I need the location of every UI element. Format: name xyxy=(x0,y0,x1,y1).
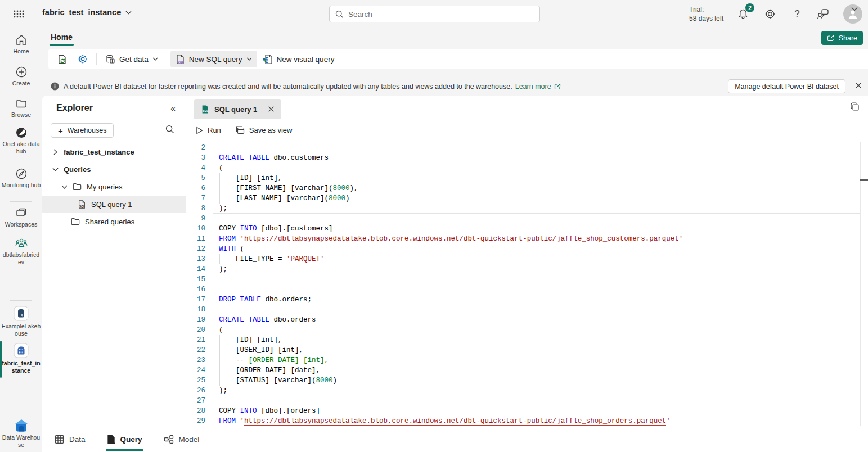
code-line-28[interactable]: 28COPY INTO [dbo].[orders] xyxy=(187,406,868,416)
view-tab-model[interactable]: Model xyxy=(163,426,201,452)
line-number: 28 xyxy=(187,406,205,416)
browse-folder-icon xyxy=(0,97,42,110)
code-line-13[interactable]: 13 FILE_TYPE = 'PARQUET' xyxy=(187,254,868,264)
share-label: Share xyxy=(839,34,857,42)
code-line-25[interactable]: 25 [STATUS] [varchar](8000) xyxy=(187,376,868,386)
code-line-20[interactable]: 20( xyxy=(187,325,868,335)
rail-item-home[interactable]: Home xyxy=(0,34,42,55)
collapse-panel-icon[interactable]: « xyxy=(170,103,176,114)
tab-home[interactable]: Home xyxy=(46,30,77,47)
code-line-5[interactable]: 5 [ID] [int], xyxy=(187,173,868,183)
code-line-29[interactable]: 29FROM 'https://dbtlabsynapsedatalake.bl… xyxy=(187,416,868,426)
scrollbar-position-marker xyxy=(860,179,868,181)
line-number: 14 xyxy=(187,264,205,274)
editor-tab-sql-query-1[interactable]: SQL SQL query 1 xyxy=(194,99,281,119)
code-line-16[interactable]: 16 xyxy=(187,284,868,295)
tree-item-my-queries[interactable]: My queries xyxy=(42,178,186,195)
code-line-11[interactable]: 11FROM 'https://dbtlabsynapsedatalake.bl… xyxy=(187,234,868,244)
svg-text:SQL: SQL xyxy=(79,205,85,207)
code-line-3[interactable]: 3CREATE TABLE dbo.customers xyxy=(187,153,868,163)
view-tab-data[interactable]: Data xyxy=(53,426,87,452)
save-as-view-label: Save as view xyxy=(249,126,293,134)
run-button[interactable]: Run xyxy=(196,126,221,134)
rail-item-dbtlabsfabricdev[interactable]: dbtlabsfabricdev xyxy=(0,237,42,266)
code-line-12[interactable]: 12WITH ( xyxy=(187,244,868,254)
tree-item-shared-queries[interactable]: Shared queries xyxy=(42,213,186,230)
explorer-panel: Explorer « + Warehouses fabric_test_inst… xyxy=(42,96,186,426)
refresh-script-button[interactable] xyxy=(52,51,73,67)
code-line-24[interactable]: 24 [ORDER_DATE] [date], xyxy=(187,365,868,376)
global-search[interactable] xyxy=(329,6,540,22)
view-tab-query[interactable]: Query xyxy=(106,426,143,452)
editor-scrollbar[interactable] xyxy=(860,142,861,426)
code-line-2[interactable]: 2 xyxy=(187,143,868,153)
new-sql-query-button[interactable]: SQL New SQL query xyxy=(170,51,257,67)
code-line-21[interactable]: 21 [ID] [int], xyxy=(187,335,868,345)
line-number: 17 xyxy=(187,295,205,305)
rail-item-create[interactable]: Create xyxy=(0,66,42,87)
copy-icon[interactable] xyxy=(850,102,860,112)
code-line-19[interactable]: 19CREATE TABLE dbo.orders xyxy=(187,315,868,325)
save-as-view-button[interactable]: Save as view xyxy=(236,126,293,134)
new-visual-query-button[interactable]: New visual query xyxy=(257,51,340,67)
code-line-4[interactable]: 4( xyxy=(187,163,868,173)
line-number: 3 xyxy=(187,153,205,163)
rail-item-monitoring-hub[interactable]: Monitoring hub xyxy=(0,168,42,189)
code-line-8[interactable]: 8); xyxy=(187,204,868,214)
add-warehouses-button[interactable]: + Warehouses xyxy=(51,123,114,138)
save-as-view-icon xyxy=(236,126,245,134)
command-bar-expand-icon[interactable] xyxy=(851,7,858,11)
learn-more-link[interactable]: Learn more xyxy=(515,83,551,91)
tree-item-sql-query-1[interactable]: SQL SQL query 1 xyxy=(42,196,186,213)
tree-item-warehouse[interactable]: fabric_test_instance xyxy=(42,143,186,160)
code-line-9[interactable]: 9 xyxy=(187,214,868,224)
rail-divider xyxy=(10,234,32,234)
line-number: 7 xyxy=(187,193,205,204)
search-input[interactable] xyxy=(348,10,534,19)
line-number: 22 xyxy=(187,345,205,355)
workspace-people-icon xyxy=(0,237,42,250)
tab-close-icon[interactable] xyxy=(268,106,275,112)
rail-item-data-warehouse[interactable]: Data Warehouse xyxy=(0,419,42,449)
rail-item-examplelakehouse[interactable]: ExampleLakehouse xyxy=(0,306,42,337)
query-document-icon xyxy=(107,435,115,444)
code-line-6[interactable]: 6 [FIRST_NAME] [varchar](8000), xyxy=(187,183,868,193)
line-number: 12 xyxy=(187,244,205,254)
lakehouse-icon xyxy=(0,306,42,321)
command-bar: Get data SQL New SQL query New visual qu… xyxy=(48,49,868,69)
help-icon[interactable]: ? xyxy=(790,7,804,21)
app-launcher-icon[interactable] xyxy=(13,8,24,20)
line-number: 2 xyxy=(187,143,205,153)
code-line-26[interactable]: 26); xyxy=(187,386,868,396)
rail-item-fabric-test-instance[interactable]: fabric_test_instance xyxy=(0,343,42,374)
chevron-down-icon xyxy=(152,57,158,61)
sql-file-icon: SQL xyxy=(78,200,86,209)
toolbar-divider xyxy=(167,53,167,65)
code-line-14[interactable]: 14); xyxy=(187,264,868,274)
rail-divider xyxy=(10,201,32,202)
explorer-search-icon[interactable] xyxy=(165,125,174,134)
tree-item-queries[interactable]: Queries xyxy=(42,161,186,178)
code-line-7[interactable]: 7 [LAST_NAME] [varchar](8000) xyxy=(187,193,868,204)
share-button[interactable]: Share xyxy=(821,31,863,45)
code-line-18[interactable]: 18 xyxy=(187,305,868,315)
code-line-10[interactable]: 10COPY INTO [dbo].[customers] xyxy=(187,224,868,234)
settings-gear-icon[interactable] xyxy=(763,7,777,21)
code-line-22[interactable]: 22 [USER_ID] [int], xyxy=(187,345,868,355)
manage-dataset-button[interactable]: Manage default Power BI dataset xyxy=(728,79,845,93)
rail-item-browse[interactable]: Browse xyxy=(0,97,42,119)
code-line-17[interactable]: 17DROP TABLE dbo.orders; xyxy=(187,295,868,305)
line-number: 6 xyxy=(187,183,205,193)
rail-item-onelake-data-hub[interactable]: OneLake data hub xyxy=(0,126,42,155)
settings-button[interactable] xyxy=(73,51,93,67)
rail-item-workspaces[interactable]: Workspaces xyxy=(0,207,42,228)
code-line-23[interactable]: 23 -- [ORDER_DATE] [int], xyxy=(187,355,868,365)
editor-tab-row: SQL SQL query 1 xyxy=(187,96,868,119)
get-data-button[interactable]: Get data xyxy=(100,51,163,67)
feedback-icon[interactable] xyxy=(816,7,830,21)
code-line-27[interactable]: 27 xyxy=(187,396,868,406)
code-line-15[interactable]: 15 xyxy=(187,274,868,284)
sql-code-editor[interactable]: 23CREATE TABLE dbo.customers4(5 [ID] [in… xyxy=(187,142,868,426)
workspace-switcher[interactable]: fabric_test_instance xyxy=(42,8,132,17)
banner-close-icon[interactable] xyxy=(854,82,862,89)
